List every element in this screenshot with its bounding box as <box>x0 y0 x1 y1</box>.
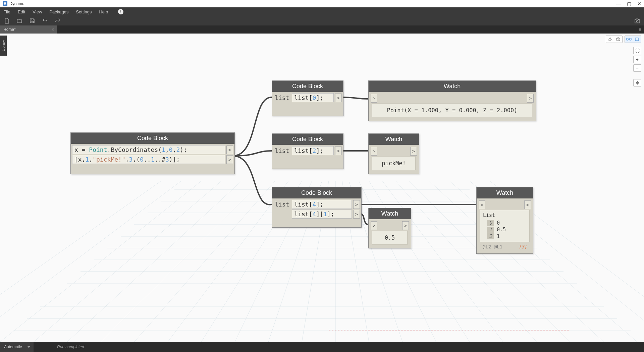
output-port[interactable]: > <box>353 200 360 209</box>
menu-view[interactable]: View <box>33 9 42 14</box>
open-file-icon[interactable] <box>16 17 23 24</box>
output-port[interactable]: > <box>410 147 417 156</box>
node-watch-list[interactable]: Watch > > List 00 10.5 21 @L2 @L1 {3} <box>476 187 533 254</box>
code-line[interactable]: list[2]; <box>292 146 334 155</box>
new-file-icon[interactable] <box>3 17 10 24</box>
svg-line-12 <box>168 181 288 342</box>
svg-rect-4 <box>635 38 639 41</box>
camera-icon[interactable] <box>634 17 641 24</box>
tabsbar: Home* × ≡ <box>0 25 644 34</box>
node-codeblock-main[interactable]: Code Block x = Point.ByCoordinates(1,0,2… <box>70 132 235 174</box>
tab-home[interactable]: Home* × <box>0 25 57 34</box>
redo-icon[interactable] <box>54 17 61 24</box>
hamburger-icon[interactable]: ≡ <box>636 25 644 34</box>
node-watch-point[interactable]: Watch > > Point(X = 1.000, Y = 0.000, Z … <box>368 80 536 121</box>
output-port[interactable]: > <box>402 221 409 230</box>
input-port[interactable]: > <box>371 221 377 230</box>
node-header[interactable]: Code Block <box>272 81 343 92</box>
svg-line-11 <box>134 181 275 342</box>
zoom-in-icon[interactable]: + <box>633 56 641 63</box>
maximize-button[interactable]: ▢ <box>627 1 631 6</box>
watch-footer: @L2 @L1 {3} <box>480 242 530 250</box>
view-toggles <box>606 36 641 43</box>
node-codeblock-4[interactable]: Code Block list list[4]; > list list[4][… <box>272 187 362 228</box>
statusbar: Automatic Run completed. <box>0 342 644 352</box>
canvas[interactable]: Library ⛶ + − ✥ <box>0 34 644 342</box>
output-port[interactable]: > <box>335 94 342 102</box>
save-icon[interactable] <box>29 17 36 24</box>
svg-line-7 <box>0 181 201 342</box>
view-node-icon[interactable] <box>633 36 641 43</box>
input-port-label[interactable]: list <box>273 200 290 209</box>
alert-icon[interactable]: ! <box>118 9 123 14</box>
menu-packages[interactable]: Packages <box>49 9 68 14</box>
minimize-button[interactable]: — <box>616 1 621 6</box>
output-port[interactable]: > <box>524 200 531 209</box>
zoom-fit-icon[interactable]: ⛶ <box>633 47 641 54</box>
svg-line-10 <box>101 181 262 342</box>
output-port[interactable]: > <box>226 155 233 164</box>
node-codeblock-2[interactable]: Code Block list list[2]; > <box>272 133 343 169</box>
node-watch-half[interactable]: Watch > > 0.5 <box>368 208 411 248</box>
zoom-out-icon[interactable]: − <box>633 64 641 72</box>
watch-value: pickMe! <box>372 156 416 170</box>
input-port-label[interactable]: list <box>273 94 290 102</box>
list-item: 00 <box>487 220 527 226</box>
watch-value: 0.5 <box>372 231 408 245</box>
run-mode-dropdown[interactable]: Automatic <box>0 342 34 352</box>
menu-help[interactable]: Help <box>99 9 108 14</box>
svg-line-20 <box>359 181 436 342</box>
node-header[interactable]: Code Block <box>71 133 234 144</box>
node-codeblock-0[interactable]: Code Block list list[0]; > <box>272 80 343 116</box>
level-indicator: @L2 @L1 <box>483 244 502 249</box>
code-line-2[interactable]: [x,1,"pickMe!",3,(0..1..#3)]; <box>72 155 225 164</box>
library-panel-tab[interactable]: Library <box>0 36 7 56</box>
input-port[interactable]: > <box>371 147 377 156</box>
svg-rect-1 <box>627 38 628 40</box>
node-header[interactable]: Watch <box>369 208 411 219</box>
view-box-icon[interactable] <box>614 36 622 43</box>
output-port[interactable]: > <box>527 94 534 103</box>
toolbar <box>0 16 644 25</box>
view-3d-icon[interactable] <box>606 36 614 43</box>
node-header[interactable]: Watch <box>369 81 536 92</box>
view-graph-icon[interactable] <box>625 36 633 43</box>
node-header[interactable]: Watch <box>477 187 533 198</box>
watch-list-content: List 00 10.5 21 <box>480 210 530 242</box>
output-port[interactable]: > <box>226 145 233 154</box>
close-button[interactable]: ✕ <box>637 1 641 6</box>
window-title: Dynamo <box>9 1 24 6</box>
code-line-2[interactable]: list[4][1]; <box>292 210 352 219</box>
node-watch-pickme[interactable]: Watch > > pickMe! <box>368 133 419 174</box>
watch-value: Point(X = 1.000, Y = 0.000, Z = 2.000) <box>372 103 532 117</box>
input-port[interactable]: > <box>371 94 377 103</box>
menu-file[interactable]: File <box>3 9 10 14</box>
window-controls: — ▢ ✕ <box>616 1 641 6</box>
pan-icon[interactable]: ✥ <box>633 79 641 86</box>
list-label: List <box>483 212 527 218</box>
node-header[interactable]: Code Block <box>272 134 343 145</box>
menu-edit[interactable]: Edit <box>18 9 25 14</box>
count-indicator: {3} <box>519 244 527 249</box>
undo-icon[interactable] <box>42 17 48 24</box>
code-line-1[interactable]: list[4]; <box>292 200 352 209</box>
svg-line-9 <box>67 181 241 342</box>
node-header[interactable]: Watch <box>369 134 419 145</box>
zoom-controls: ⛶ + − ✥ <box>633 47 641 86</box>
tab-close-icon[interactable]: × <box>52 27 54 32</box>
svg-line-8 <box>34 181 221 342</box>
input-port-label[interactable]: list <box>273 146 290 155</box>
menu-settings[interactable]: Settings <box>76 9 92 14</box>
svg-line-21 <box>369 181 470 342</box>
input-port[interactable]: > <box>479 200 485 209</box>
tab-label: Home* <box>3 27 16 32</box>
code-line-1[interactable]: x = Point.ByCoordinates(1,0,2); <box>72 145 225 154</box>
code-line[interactable]: list[0]; <box>292 93 334 102</box>
output-port[interactable]: > <box>353 210 360 219</box>
tabs-empty-area <box>57 25 636 34</box>
svg-point-0 <box>637 20 638 22</box>
output-port[interactable]: > <box>335 146 342 155</box>
list-item: 21 <box>487 233 527 240</box>
node-header[interactable]: Code Block <box>272 187 361 198</box>
svg-line-6 <box>0 181 181 342</box>
